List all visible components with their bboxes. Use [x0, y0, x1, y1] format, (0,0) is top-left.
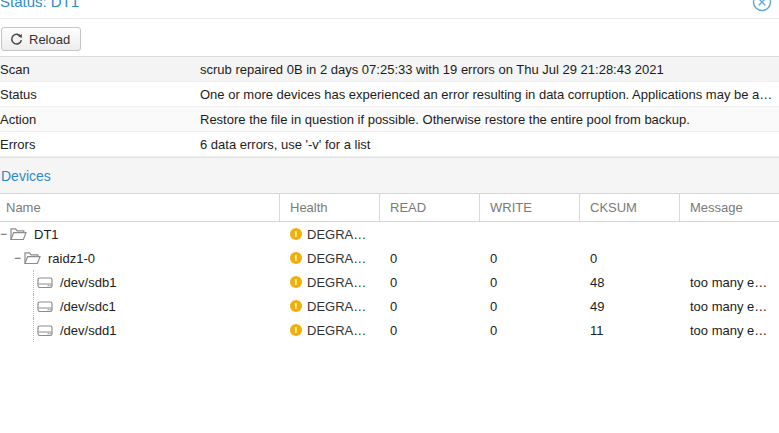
pool-status-table: Scan scrub repaired 0B in 2 days 07:25:3…	[0, 57, 779, 157]
status-row-value: 6 data errors, use '-v' for a list	[200, 137, 779, 152]
device-cksum-value: 11	[580, 323, 680, 338]
column-header-message[interactable]: Message	[680, 194, 779, 221]
device-name-cell: − raidz1-0	[0, 246, 280, 270]
device-read-value: 0	[380, 275, 480, 290]
warning-icon: !	[290, 228, 302, 240]
warning-icon: !	[290, 300, 302, 312]
devices-section-header: Devices	[0, 157, 779, 193]
device-health-value: DEGRA…	[307, 299, 366, 314]
status-row-label: Scan	[0, 62, 200, 77]
device-message-value: too many e…	[680, 299, 779, 314]
device-write-value: 0	[480, 323, 580, 338]
column-header-name[interactable]: Name	[0, 194, 280, 221]
dialog-titlebar: Status: DT1	[0, 0, 779, 19]
device-read-value: 0	[380, 323, 480, 338]
device-message-value: too many e…	[680, 275, 779, 290]
status-table-row: Scan scrub repaired 0B in 2 days 07:25:3…	[0, 57, 779, 82]
device-health-value: DEGRA…	[307, 275, 366, 290]
device-health-cell: ! DEGRA…	[280, 299, 380, 314]
device-tree-row[interactable]: /dev/sdb1 ! DEGRA… 0 0 48 too many e…	[0, 270, 779, 294]
device-cksum-value: 48	[580, 275, 680, 290]
device-cksum-value: 0	[580, 251, 680, 266]
tree-indent-guide	[0, 318, 34, 342]
column-header-read[interactable]: READ	[380, 194, 480, 221]
reload-button-label: Reload	[29, 32, 70, 47]
device-health-cell: ! DEGRA…	[280, 251, 380, 266]
devices-section-title: Devices	[1, 168, 51, 184]
status-row-value: Restore the file in question if possible…	[200, 112, 779, 127]
device-health-value: DEGRA…	[307, 251, 366, 266]
status-row-label: Status	[0, 87, 200, 102]
tree-indent-guide	[0, 294, 34, 318]
column-header-write[interactable]: WRITE	[480, 194, 580, 221]
status-table-row: Status One or more devices has experienc…	[0, 82, 779, 107]
device-health-cell: ! DEGRA…	[280, 323, 380, 338]
status-row-value: scrub repaired 0B in 2 days 07:25:33 wit…	[200, 62, 779, 77]
device-name-label: /dev/sdb1	[60, 275, 116, 290]
device-health-cell: ! DEGRA…	[280, 275, 380, 290]
device-tree-row[interactable]: /dev/sdc1 ! DEGRA… 0 0 49 too many e…	[0, 294, 779, 318]
tree-expander[interactable]: −	[0, 229, 10, 239]
warning-icon: !	[290, 252, 302, 264]
device-write-value: 0	[480, 275, 580, 290]
status-row-label: Action	[0, 112, 200, 127]
device-name-cell: − DT1	[0, 222, 280, 246]
status-table-row: Errors 6 data errors, use '-v' for a lis…	[0, 132, 779, 157]
device-name-label: raidz1-0	[48, 251, 95, 266]
status-row-label: Errors	[0, 137, 200, 152]
device-name-cell: /dev/sdb1	[0, 270, 280, 294]
device-read-value: 0	[380, 299, 480, 314]
device-cksum-value: 49	[580, 299, 680, 314]
close-icon[interactable]	[751, 0, 773, 13]
refresh-icon	[10, 33, 23, 46]
column-header-health[interactable]: Health	[280, 194, 380, 221]
drive-icon	[37, 276, 53, 289]
device-message-value: too many e…	[680, 323, 779, 338]
device-write-value: 0	[480, 251, 580, 266]
dialog-title: Status: DT1	[0, 0, 79, 10]
device-tree-row[interactable]: − raidz1-0 ! DEGRA… 0 0 0	[0, 246, 779, 270]
drive-icon	[37, 324, 53, 337]
tree-expander[interactable]: −	[14, 253, 24, 263]
status-row-value: One or more devices has experienced an e…	[200, 87, 779, 102]
device-tree-row[interactable]: /dev/sdd1 ! DEGRA… 0 0 11 too many e…	[0, 318, 779, 342]
device-write-value: 0	[480, 299, 580, 314]
column-header-cksum[interactable]: CKSUM	[580, 194, 680, 221]
tree-indent-guide	[0, 246, 14, 270]
devices-tree-grid: − DT1 ! DEGRA… −	[0, 222, 779, 342]
device-name-label: /dev/sdc1	[60, 299, 116, 314]
devices-grid-header: Name Health READ WRITE CKSUM Message	[0, 193, 779, 222]
status-table-row: Action Restore the file in question if p…	[0, 107, 779, 132]
device-tree-row[interactable]: − DT1 ! DEGRA…	[0, 222, 779, 246]
folder-icon	[10, 227, 27, 241]
folder-icon	[24, 251, 41, 265]
reload-button[interactable]: Reload	[1, 27, 81, 51]
tree-indent-guide	[0, 270, 34, 294]
device-health-value: DEGRA…	[307, 323, 366, 338]
device-name-label: DT1	[34, 227, 59, 242]
device-name-cell: /dev/sdc1	[0, 294, 280, 318]
device-read-value: 0	[380, 251, 480, 266]
warning-icon: !	[290, 276, 302, 288]
device-health-cell: ! DEGRA…	[280, 227, 380, 242]
drive-icon	[37, 300, 53, 313]
warning-icon: !	[290, 324, 302, 336]
device-name-label: /dev/sdd1	[60, 323, 116, 338]
toolbar: Reload	[0, 19, 779, 57]
device-name-cell: /dev/sdd1	[0, 318, 280, 342]
device-health-value: DEGRA…	[307, 227, 366, 242]
